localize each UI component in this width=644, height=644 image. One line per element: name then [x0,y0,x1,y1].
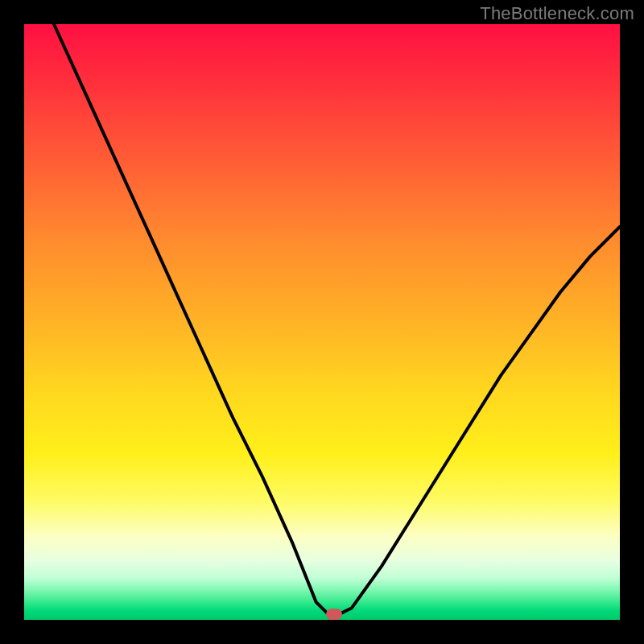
curve-path [54,24,620,614]
optimal-point-marker [326,609,342,620]
bottleneck-curve [24,24,620,620]
watermark-label: TheBottleneck.com [480,3,634,24]
chart-frame: TheBottleneck.com [0,0,644,644]
plot-area [24,24,620,620]
